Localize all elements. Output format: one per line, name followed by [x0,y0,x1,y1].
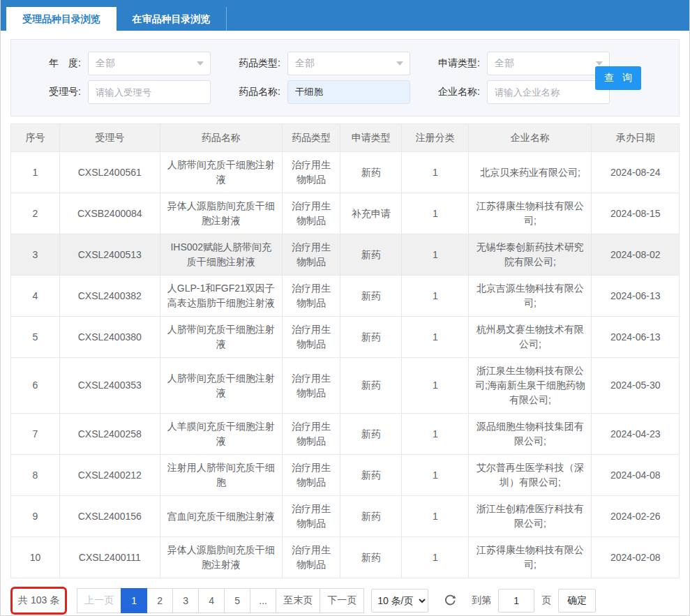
apply-type-label: 申请类型: [410,57,480,70]
ellipsis-pages[interactable]: ... [250,588,276,613]
cell-r10-c1: 10 [11,537,60,578]
page-button-2[interactable]: 2 [147,588,173,613]
apply-type-filter-group: 申请类型: 全部 [410,52,610,75]
cell-r2-c3: 异体人源脂肪间充质干细胞注射液 [160,193,282,234]
cell-r1-c8: 2024-08-24 [592,152,680,193]
chevron-down-icon [396,61,403,66]
page-unit-label: 页 [541,594,551,607]
apply-type-select[interactable]: 全部 [487,52,610,75]
filter-row-1: 年 度: 全部 药品类型: 全部 申请类型: 全部 [11,52,679,75]
cell-r2-c8: 2024-08-15 [592,193,680,234]
drug-name-label: 药品名称: [211,86,280,98]
column-header-7: 承办日期 [592,124,680,152]
year-select-value: 全部 [96,57,115,70]
cell-r8-c1: 8 [11,455,60,496]
company-label: 企业名称: [410,86,480,98]
cell-r5-c2: CXSL2400380 [59,317,160,358]
table-row[interactable]: 7CXSL2400258人羊膜间充质干细胞注射液治疗用生物制品新药1源品细胞生物… [11,414,680,455]
cell-r4-c2: CXSL2400382 [59,276,160,317]
table-row[interactable]: 4CXSL2400382人GLP-1和FGF21双因子高表达脂肪干细胞注射液治疗… [11,276,680,317]
drug-name-input[interactable] [287,80,410,104]
drug-type-select-value: 全部 [295,57,315,70]
acceptance-no-input[interactable] [88,80,211,104]
cell-r2-c2: CXSB2400084 [59,193,160,234]
results-table: 序号受理号药品名称药品类型申请类型注册分类企业名称承办日期 1CXSL24005… [10,123,680,578]
cell-r3-c3: IHS002赋能人脐带间充质干细胞注射液 [160,234,282,276]
year-filter-group: 年 度: 全部 [11,52,211,75]
cell-r6-c7: 浙江泉生生物科技有限公司;海南新生泉干细胞药物有限公司; [469,358,592,414]
cell-r9-c1: 9 [11,496,60,537]
column-header-0: 序号 [11,124,60,152]
table-row[interactable]: 1CXSL2400561人脐带间充质干细胞注射液治疗用生物制品新药1北京贝来药业… [11,152,680,193]
cell-r5-c7: 杭州易文赛生物技术有限公司; [469,317,592,358]
apply-type-select-value: 全部 [495,57,514,70]
acceptance-no-filter-group: 受理号: [11,80,211,104]
pagination-bar: 共 103 条 上一页 12345... 至末页 下一页 10 条/页 到第 页… [10,587,680,615]
cell-r6-c3: 人脐带间充质干细胞注射液 [160,358,282,414]
drug-type-select[interactable]: 全部 [287,52,410,75]
tab-accepted-catalog[interactable]: 受理品种目录浏览 [6,7,117,31]
confirm-goto-button[interactable]: 确定 [558,589,596,613]
drug-name-filter-group: 药品名称: [211,80,410,104]
year-select[interactable]: 全部 [88,52,211,75]
cell-r3-c4: 治疗用生物制品 [282,234,340,276]
cell-r8-c3: 注射用人脐带间充质干细胞 [160,455,282,496]
year-label: 年 度: [11,57,81,70]
cell-r1-c4: 治疗用生物制品 [282,152,340,193]
tab-under-review-catalog[interactable]: 在审品种目录浏览 [117,7,227,31]
column-header-6: 企业名称 [469,124,592,152]
cell-r5-c4: 治疗用生物制品 [282,317,340,358]
cell-r3-c2: CXSL2400513 [59,234,160,276]
cell-r7-c3: 人羊膜间充质干细胞注射液 [160,414,282,455]
cell-r2-c7: 江苏得康生物科技有限公司; [469,193,592,234]
table-row[interactable]: 10CXSL2400111异体人源脂肪间充质干细胞注射液治疗用生物制品新药1江苏… [11,537,680,578]
cell-r7-c5: 新药 [340,414,402,455]
cell-r5-c5: 新药 [340,317,402,358]
cell-r4-c3: 人GLP-1和FGF21双因子高表达脂肪干细胞注射液 [160,276,282,317]
cell-r1-c6: 1 [402,152,469,193]
cell-r2-c5: 补充申请 [340,193,402,234]
table-row[interactable]: 2CXSB2400084异体人源脂肪间充质干细胞注射液治疗用生物制品补充申请1江… [11,193,680,234]
goto-page-input[interactable] [498,589,534,613]
refresh-icon[interactable] [444,594,456,607]
cell-r5-c1: 5 [11,317,60,358]
cell-r10-c6: 1 [402,537,469,578]
cell-r8-c7: 艾尔普再生医学科技（深圳）有限公司; [469,455,592,496]
column-header-5: 注册分类 [402,124,469,152]
cell-r6-c8: 2024-05-30 [592,358,680,414]
cell-r9-c8: 2024-02-26 [592,496,680,537]
prev-page-button[interactable]: 上一页 [77,588,121,613]
last-page-button[interactable]: 至末页 [276,588,320,613]
page-size-select[interactable]: 10 条/页 [371,589,428,613]
cell-r9-c5: 新药 [340,496,402,537]
table-row[interactable]: 3CXSL2400513IHS002赋能人脐带间充质干细胞注射液治疗用生物制品新… [11,234,680,276]
tab-bar: 受理品种目录浏览 在审品种目录浏览 [1,0,689,31]
drug-type-label: 药品类型: [211,57,280,70]
company-input[interactable] [487,80,610,104]
table-header-row: 序号受理号药品名称药品类型申请类型注册分类企业名称承办日期 [11,124,680,152]
cell-r8-c8: 2024-04-08 [592,455,680,496]
company-filter-group: 企业名称: [410,80,610,104]
page-button-3[interactable]: 3 [172,588,199,613]
table-row[interactable]: 8CXSL2400212注射用人脐带间充质干细胞治疗用生物制品新药1艾尔普再生医… [11,455,680,496]
cell-r2-c1: 2 [11,193,60,234]
page-button-1[interactable]: 1 [121,588,147,613]
table-row[interactable]: 5CXSL2400380人脐带间充质干细胞注射液治疗用生物制品新药1杭州易文赛生… [11,317,680,358]
cell-r8-c2: CXSL2400212 [59,455,160,496]
cell-r4-c1: 4 [11,276,60,317]
page-strip: 上一页 12345... 至末页 下一页 [77,588,364,613]
cell-r7-c2: CXSL2400258 [59,414,160,455]
cell-r10-c8: 2024-02-08 [592,537,680,578]
table-row[interactable]: 6CXSL2400353人脐带间充质干细胞注射液治疗用生物制品新药1浙江泉生生物… [11,358,680,414]
page-button-5[interactable]: 5 [224,588,250,613]
next-page-button[interactable]: 下一页 [320,588,364,613]
cell-r4-c5: 新药 [340,276,402,317]
table-row[interactable]: 9CXSL2400156宫血间充质干细胞注射液治疗用生物制品新药1浙江生创精准医… [11,496,680,537]
search-button[interactable]: 查 询 [595,66,641,90]
cell-r8-c5: 新药 [340,455,402,496]
cell-r3-c7: 无锡华泰创新药技术研究院有限公司; [469,234,592,276]
cell-r3-c5: 新药 [340,234,402,276]
page-button-4[interactable]: 4 [198,588,225,613]
goto-page-label: 到第 [472,594,491,607]
cell-r6-c2: CXSL2400353 [59,358,160,414]
